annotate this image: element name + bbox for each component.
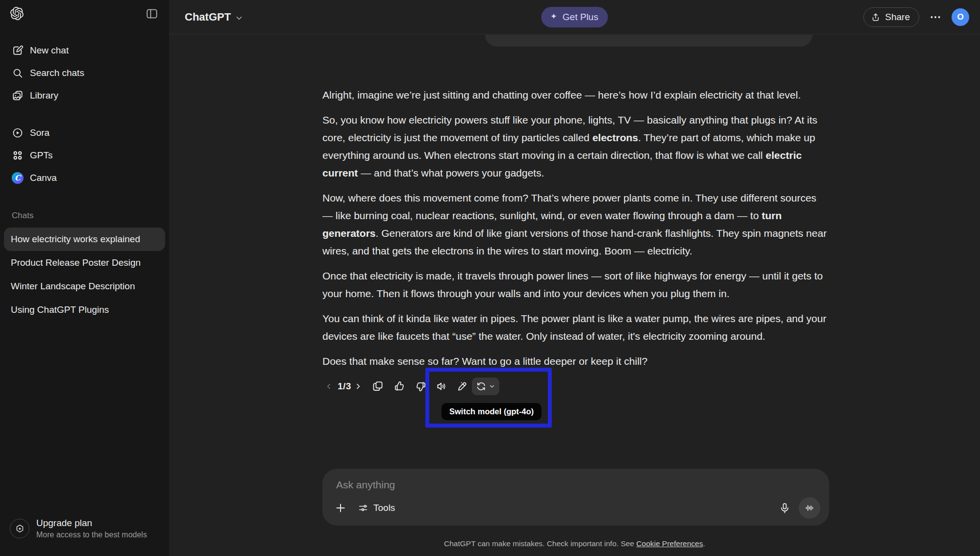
chatgpt-app: New chatSearch chatsLibrary SoraGPTsCCan… (0, 0, 980, 556)
chat-item-using-chatgpt-plugins[interactable]: Using ChatGPT Plugins (4, 298, 165, 322)
message-paragraph: So, you know how electricity powers stuf… (322, 111, 828, 182)
item-label: Sora (30, 127, 49, 138)
message-actions: 1/3 (325, 378, 499, 395)
message-paragraph: Now, where does this movement come from?… (322, 189, 828, 260)
disclaimer-text: ChatGPT can make mistakes. Check importa… (444, 539, 637, 548)
read-aloud-icon[interactable] (436, 380, 447, 392)
sliders-icon (358, 503, 368, 513)
item-label: How electricity works explained (11, 234, 140, 245)
sidebar-collapse-icon[interactable] (146, 7, 158, 20)
message-paragraph: Once that electricity is made, it travel… (322, 267, 828, 303)
cookie-preferences-link[interactable]: Cookie Preferences (637, 539, 703, 548)
search-icon (12, 67, 24, 79)
openai-logo-icon (10, 6, 24, 20)
upgrade-plan-button[interactable]: Upgrade plan More access to the best mod… (7, 515, 150, 542)
microphone-icon[interactable] (779, 502, 791, 514)
share-label: Share (885, 12, 910, 23)
user-message-bubble-remnant (485, 35, 812, 47)
thumbs-up-icon[interactable] (393, 380, 405, 392)
sparkle-icon (549, 12, 558, 22)
sidebar-item-gpts[interactable]: GPTs (4, 144, 165, 167)
app-title: ChatGPT (185, 11, 231, 24)
thumbs-down-icon[interactable] (415, 380, 427, 392)
get-plus-button[interactable]: Get Plus (541, 7, 608, 27)
chat-item-how-electricity-works-explained[interactable]: How electricity works explained (4, 227, 165, 251)
sidebar-item-sora[interactable]: Sora (4, 122, 165, 144)
item-label: Using ChatGPT Plugins (11, 304, 109, 315)
voice-mode-button[interactable] (799, 497, 820, 519)
item-label: Library (30, 90, 58, 101)
message-paragraph: You can think of it kinda like water in … (322, 310, 828, 345)
item-label: GPTs (30, 150, 52, 161)
item-label: Search chats (30, 68, 84, 78)
switch-model-tooltip: Switch model (gpt-4o) (441, 403, 541, 420)
upgrade-plan-title: Upgrade plan (36, 518, 147, 529)
chat-item-product-release-poster-design[interactable]: Product Release Poster Design (4, 251, 165, 275)
composer-placeholder: Ask anything (336, 479, 395, 491)
disclaimer: ChatGPT can make mistakes. Check importa… (169, 539, 980, 548)
chevron-down-icon (235, 13, 244, 22)
item-label: Product Release Poster Design (11, 257, 141, 268)
share-button[interactable]: Share (863, 7, 919, 27)
upgrade-plan-subtitle: More access to the best models (36, 531, 147, 539)
waveform-icon (804, 503, 815, 513)
model-switcher[interactable]: ChatGPT (180, 8, 248, 26)
item-label: New chat (30, 45, 69, 56)
sidebar-apps: SoraGPTsCCanva (4, 122, 165, 189)
sidebar-item-canva[interactable]: CCanva (4, 167, 165, 189)
canva-icon: C (12, 172, 24, 184)
item-label: Canva (30, 173, 57, 183)
copy-icon[interactable] (372, 380, 384, 392)
share-icon (871, 12, 881, 22)
sidebar-nav: New chatSearch chatsLibrary (4, 39, 165, 107)
top-bar: ChatGPT Get Plus Share O (169, 0, 980, 34)
get-plus-label: Get Plus (563, 12, 598, 23)
tools-label: Tools (373, 503, 395, 513)
tools-button[interactable]: Tools (358, 503, 395, 513)
message-paragraph: Does that make sense so far? Want to go … (322, 353, 828, 370)
attach-plus-icon[interactable] (334, 502, 347, 514)
pager-label: 1/3 (338, 381, 351, 392)
message-paragraph: Alright, imagine we’re just sitting and … (322, 86, 828, 104)
upgrade-plan-icon (10, 519, 29, 538)
pager-next-icon[interactable] (354, 382, 362, 390)
pager-previous-icon[interactable] (325, 382, 333, 390)
gpts-icon (12, 150, 24, 161)
sidebar-item-library[interactable]: Library (4, 84, 165, 107)
edit-in-canvas-icon[interactable] (456, 380, 468, 392)
regenerate-icon (476, 381, 487, 392)
new-chat-icon (12, 45, 24, 56)
item-label: Winter Landscape Description (11, 281, 135, 292)
sidebar-item-new-chat[interactable]: New chat (4, 39, 165, 62)
library-icon (12, 90, 24, 101)
regenerate-button[interactable] (472, 378, 499, 395)
more-options-icon[interactable] (929, 11, 942, 24)
composer-input[interactable]: Ask anything Tools (322, 469, 829, 526)
disclaimer-suffix: . (703, 539, 705, 548)
assistant-message: Alright, imagine we’re just sitting and … (322, 86, 828, 378)
chevron-down-icon (489, 383, 495, 390)
avatar[interactable]: O (952, 8, 969, 26)
sidebar-item-search-chats[interactable]: Search chats (4, 62, 165, 84)
sora-icon (12, 127, 24, 139)
chats-list: How electricity works explainedProduct R… (4, 227, 165, 322)
chats-section-header: Chats (12, 211, 33, 221)
sidebar: New chatSearch chatsLibrary SoraGPTsCCan… (0, 0, 169, 556)
chat-item-winter-landscape-description[interactable]: Winter Landscape Description (4, 275, 165, 298)
